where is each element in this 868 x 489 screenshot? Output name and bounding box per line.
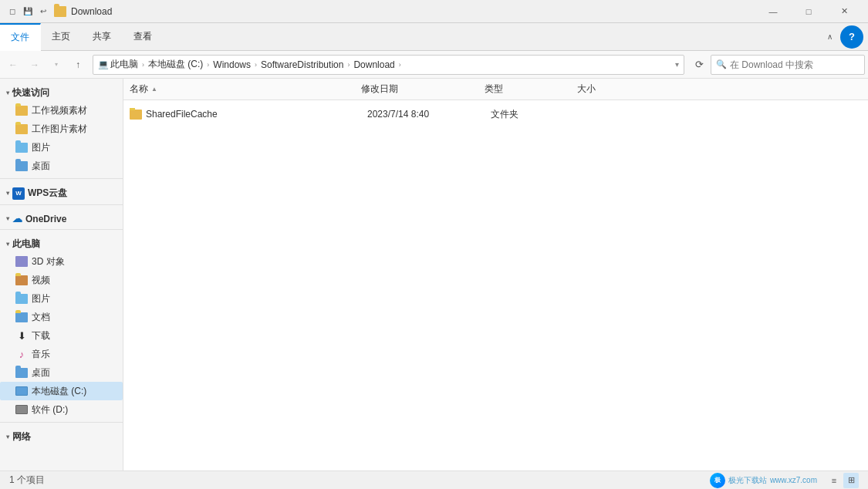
sidebar-section-onedrive[interactable]: ▾ ☁ OneDrive	[0, 208, 123, 226]
documents-label: 文档	[32, 311, 50, 324]
breadcrumb-download[interactable]: Download	[353, 59, 394, 70]
sidebar-item-videos[interactable]: 视频	[0, 271, 123, 289]
search-input[interactable]	[730, 59, 860, 70]
addr-dropdown-button[interactable]: ▾	[675, 60, 679, 69]
sidebar-item-3dobjects[interactable]: 3D 对象	[0, 252, 123, 271]
content-area: 名称 ▲ 修改日期 类型 大小 SharedFileCache	[123, 79, 868, 470]
main-area: ▾ 快速访问 工作视频素材 工作图片素材 图片 桌面	[0, 79, 868, 470]
sidebar-section-wps[interactable]: ▾ W WPS云盘	[0, 182, 123, 201]
table-row[interactable]: SharedFileCache 2023/7/14 8:40 文件夹	[123, 103, 868, 125]
downloads-icon: ⬇	[15, 329, 28, 342]
refresh-button[interactable]: ⟳	[689, 55, 709, 75]
wps-icon: W	[12, 187, 25, 200]
col-header-name[interactable]: 名称 ▲	[123, 79, 355, 99]
pictures-label: 图片	[32, 141, 50, 154]
status-watermark: 极 极光下载站 www.xz7.com	[710, 473, 817, 488]
workvideos-icon	[15, 104, 28, 116]
sidebar-section-thispc[interactable]: ▾ 此电脑	[0, 233, 123, 252]
sidebar-item-localdisk[interactable]: 本地磁盘 (C:)	[0, 382, 123, 400]
sidebar-item-workimages[interactable]: 工作图片素材	[0, 120, 123, 138]
sidebar-item-pictures[interactable]: 图片	[0, 138, 123, 157]
sidebar-item-workvideos[interactable]: 工作视频素材	[0, 101, 123, 120]
file-type-cell: 文件夹	[488, 108, 580, 121]
col-header-date[interactable]: 修改日期	[355, 79, 478, 99]
desktop2-label: 桌面	[32, 366, 50, 379]
onedrive-label: OneDrive	[25, 214, 66, 224]
network-label: 网络	[12, 430, 31, 443]
breadcrumb-windows[interactable]: Windows	[213, 59, 251, 70]
sidebar-section-network[interactable]: ▾ 网络	[0, 426, 123, 445]
tab-file[interactable]: 文件	[0, 23, 41, 51]
sidebar-item-documents[interactable]: 文档	[0, 308, 123, 326]
close-button[interactable]: ✕	[826, 0, 862, 23]
sidebar-item-desktop2[interactable]: 桌面	[0, 363, 123, 382]
thispc-label: 此电脑	[12, 238, 40, 251]
breadcrumb-c[interactable]: 本地磁盘 (C:)	[148, 58, 203, 71]
status-text: 1 个项目	[9, 474, 704, 487]
3dobjects-label: 3D 对象	[32, 255, 65, 268]
breadcrumb-sep1: ›	[142, 61, 144, 69]
desktop-icon	[15, 160, 28, 172]
minimize-button[interactable]: —	[755, 0, 791, 23]
col-header-type[interactable]: 类型	[478, 79, 571, 99]
3dobjects-icon	[15, 255, 28, 268]
save-icon: 💾	[22, 5, 34, 18]
videos-icon	[15, 274, 28, 286]
workimages-label: 工作图片素材	[32, 123, 87, 136]
view-details-button[interactable]: ≡	[826, 473, 842, 488]
column-headers: 名称 ▲ 修改日期 类型 大小	[123, 79, 868, 100]
breadcrumb-thispc[interactable]: 💻 工作视频素材 此电脑	[98, 58, 138, 71]
file-name-cell: SharedFileCache	[127, 108, 364, 120]
ribbon-help-button[interactable]: ?	[840, 25, 863, 49]
status-bar: 1 个项目 极 极光下载站 www.xz7.com ≡ ⊞	[0, 470, 868, 489]
wps-arrow: ▾	[6, 190, 9, 197]
sidebar-item-music[interactable]: ♪ 音乐	[0, 345, 123, 363]
ribbon: 文件 主页 共享 查看 ∧ ?	[0, 23, 868, 51]
onedrive-icon: ☁	[12, 213, 22, 224]
dropdown-button[interactable]: ▾	[46, 55, 66, 75]
forward-button[interactable]: →	[25, 55, 45, 75]
status-view-icons: ≡ ⊞	[826, 473, 859, 488]
title-folder-icon	[54, 6, 66, 17]
workimages-icon	[15, 123, 28, 135]
downloads-label: 下载	[32, 329, 50, 342]
col-header-size[interactable]: 大小	[571, 79, 648, 99]
sidebar-divider-1	[0, 178, 123, 179]
pictures-icon	[15, 141, 28, 153]
desktop-label: 桌面	[32, 160, 50, 173]
sidebar-divider-4	[0, 422, 123, 423]
tab-home[interactable]: 主页	[41, 23, 82, 51]
sidebar-item-pictures2[interactable]: 图片	[0, 289, 123, 308]
watermark-url: www.xz7.com	[770, 476, 817, 484]
tab-view[interactable]: 查看	[123, 23, 164, 51]
address-bar[interactable]: 💻 工作视频素材 此电脑 › 本地磁盘 (C:) › Windows › Sof…	[93, 55, 684, 75]
music-label: 音乐	[32, 348, 50, 361]
quickaccess-arrow: ▾	[6, 89, 9, 96]
up-button[interactable]: ↑	[68, 55, 88, 75]
ribbon-expand-button[interactable]: ∧	[822, 25, 837, 49]
sidebar-divider-3	[0, 229, 123, 230]
sidebar-item-desktop[interactable]: 桌面	[0, 157, 123, 175]
breadcrumb-softwaredist[interactable]: SoftwareDistribution	[261, 59, 343, 70]
search-bar[interactable]: 🔍	[711, 55, 865, 75]
documents-icon	[15, 311, 28, 323]
thispc-arrow: ▾	[6, 241, 9, 248]
sidebar: ▾ 快速访问 工作视频素材 工作图片素材 图片 桌面	[0, 79, 123, 470]
localdisk-icon	[15, 385, 28, 397]
network-arrow: ▾	[6, 433, 9, 440]
tab-share[interactable]: 共享	[82, 23, 123, 51]
localdisk-label: 本地磁盘 (C:)	[32, 385, 86, 398]
sort-arrow-name: ▲	[151, 86, 157, 93]
back-button[interactable]: ←	[3, 55, 23, 75]
workvideos-label: 工作视频素材	[32, 104, 87, 117]
watermark-logo: 极	[710, 473, 725, 488]
sidebar-section-quickaccess[interactable]: ▾ 快速访问	[0, 82, 123, 101]
softdisk-label: 软件 (D:)	[32, 403, 68, 416]
sidebar-item-softdisk[interactable]: 软件 (D:)	[0, 400, 123, 419]
breadcrumb-sep4: ›	[347, 61, 350, 69]
title-bar-icons: ◻ 💾 ↩	[6, 5, 49, 18]
sidebar-item-downloads[interactable]: ⬇ 下载	[0, 326, 123, 345]
maximize-button[interactable]: □	[791, 0, 826, 23]
view-list-button[interactable]: ⊞	[843, 473, 859, 488]
window-title: Download	[71, 6, 755, 17]
